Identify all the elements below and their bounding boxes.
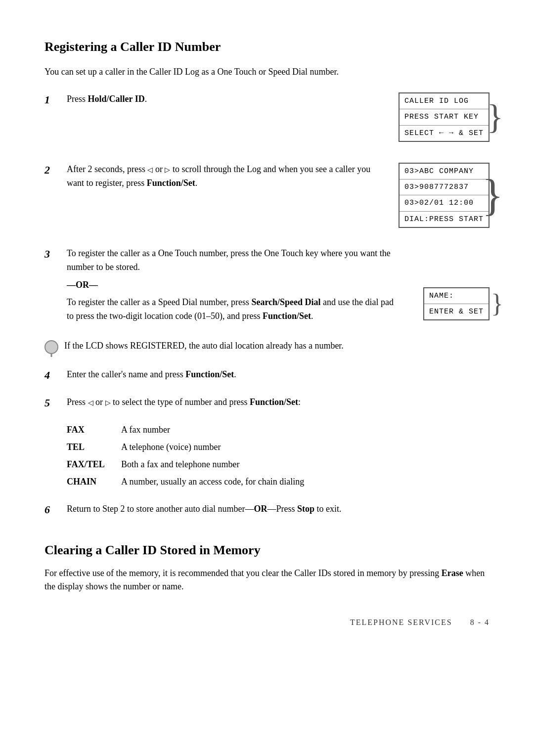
or-line: OR <box>67 278 399 292</box>
section2-text: For effective use of the memory, it is r… <box>44 567 490 593</box>
step-4: 4 Enter the caller's name and press Func… <box>44 368 490 382</box>
step-6: 6 Return to Step 2 to store another auto… <box>44 502 490 516</box>
section1-title: Registering a Caller ID Number <box>44 40 490 54</box>
step-5-text2: or <box>93 397 105 407</box>
lcd-row-7: DIAL:PRESS START <box>400 212 489 227</box>
step-3-bold2: Function/Set <box>263 311 311 321</box>
section2-title: Clearing a Caller ID Stored in Memory <box>44 543 490 558</box>
step-3-text-col: To register the caller as a One Touch nu… <box>67 247 399 323</box>
step-2-lcd-col: 03>ABC COMPANY 03>9087772837 03>02/01 12… <box>399 163 490 231</box>
step-5-text1: Press <box>67 397 88 407</box>
chain-row: CHAIN A number, usually an access code, … <box>67 475 490 489</box>
step-4-period: . <box>234 369 236 379</box>
step-2-content: After 2 seconds, press ◁ or ▷ to scroll … <box>67 163 490 231</box>
step-4-number: 4 <box>44 368 67 382</box>
step-1-text-col: Press Hold/Caller ID. <box>67 92 374 106</box>
footer: TELEPHONE SERVICES 8 - 4 <box>0 618 534 627</box>
step-6-text3: to exit. <box>314 504 342 514</box>
step-1: 1 Press Hold/Caller ID. CALLER ID LOG PR… <box>44 92 490 147</box>
note-row: If the LCD shows REGISTERED, the auto di… <box>44 339 490 354</box>
step-1-number: 1 <box>44 92 67 106</box>
step-1-text-before: Press <box>67 94 88 104</box>
step-1-period: . <box>145 94 147 104</box>
note-icon <box>44 340 58 354</box>
step-5-icon2: ▷ <box>105 399 111 406</box>
step-1-bold: Hold/Caller ID <box>88 94 145 104</box>
faxtel-row: FAX/TEL Both a fax and telephone number <box>67 458 490 471</box>
step-2-number: 2 <box>44 163 67 177</box>
step-6-bold: Stop <box>297 504 314 514</box>
faxtel-val: Both a fax and telephone number <box>121 458 239 471</box>
step-2-text2: or <box>153 164 165 174</box>
step-3: 3 To register the caller as a One Touch … <box>44 247 490 323</box>
lcd-right-brace-2: } <box>482 163 503 228</box>
fax-row: FAX A fax number <box>67 423 490 437</box>
lcd-row-4: 03>ABC COMPANY <box>400 164 489 179</box>
step-3-text1: To register the caller as a One Touch nu… <box>67 247 399 274</box>
footer-text: TELEPHONE SERVICES <box>350 618 452 627</box>
lcd-row-6: 03>02/01 12:00 <box>400 195 489 211</box>
step-2-icon1: ◁ <box>147 166 153 174</box>
note-text: If the LCD shows REGISTERED, the auto di… <box>64 339 344 353</box>
step-6-number: 6 <box>44 502 67 516</box>
step-3-bold1: Search/Speed Dial <box>251 297 320 307</box>
step-6-or: OR <box>254 504 267 514</box>
step-3-lcd-col: NAME: ENTER & SET } <box>423 287 490 324</box>
lcd-block-2: 03>ABC COMPANY 03>9087772837 03>02/01 12… <box>399 163 490 228</box>
step-5-content: Press ◁ or ▷ to select the type of numbe… <box>67 396 490 409</box>
intro-text: You can set up a caller in the Caller ID… <box>44 65 490 79</box>
page: Registering a Caller ID Number You can s… <box>0 0 534 647</box>
step-5-bold: Function/Set <box>250 397 298 407</box>
step-5-number: 5 <box>44 396 67 409</box>
step-4-content: Enter the caller's name and press Functi… <box>67 368 490 382</box>
step-5-text3: to select the type of number and press <box>111 397 250 407</box>
steps-container: 1 Press Hold/Caller ID. CALLER ID LOG PR… <box>44 92 490 525</box>
step-2-period: . <box>195 178 198 188</box>
step-3-text2: To register the caller as a Speed Dial n… <box>67 296 399 323</box>
fax-table: FAX A fax number TEL A telephone (voice)… <box>67 423 490 492</box>
step-5-colon: : <box>298 397 301 407</box>
step-2-text-col: After 2 seconds, press ◁ or ▷ to scroll … <box>67 163 374 190</box>
step-6-text1: Return to Step 2 to store another auto d… <box>67 504 254 514</box>
step-1-lcd-col: CALLER ID LOG PRESS START KEY SELECT ← →… <box>399 92 490 147</box>
section2-text1: For effective use of the memory, it is r… <box>44 568 442 578</box>
step-2: 2 After 2 seconds, press ◁ or ▷ to scrol… <box>44 163 490 231</box>
faxtel-key: FAX/TEL <box>67 458 121 471</box>
step-2-icon2: ▷ <box>165 166 170 174</box>
step-4-bold: Function/Set <box>185 369 234 379</box>
step-3-number: 3 <box>44 247 67 261</box>
step-1-content: Press Hold/Caller ID. CALLER ID LOG PRES… <box>67 92 490 147</box>
step-2-text1: After 2 seconds, press <box>67 164 147 174</box>
step-2-bold: Function/Set <box>147 178 195 188</box>
footer-page: 8 - 4 <box>470 618 490 627</box>
step-1-layout: Press Hold/Caller ID. CALLER ID LOG PRES… <box>67 92 490 147</box>
lcd-block-3: NAME: ENTER & SET } <box>423 287 490 321</box>
step-6-content: Return to Step 2 to store another auto d… <box>67 502 490 516</box>
lcd-row-1: CALLER ID LOG <box>400 93 489 109</box>
fax-val: A fax number <box>121 423 170 437</box>
step-3-layout: To register the caller as a One Touch nu… <box>67 247 490 323</box>
lcd-block-1: CALLER ID LOG PRESS START KEY SELECT ← →… <box>399 92 490 142</box>
chain-key: CHAIN <box>67 475 121 489</box>
lcd-row-8: NAME: <box>424 288 489 304</box>
step-3-content: To register the caller as a One Touch nu… <box>67 247 490 323</box>
step-5: 5 Press ◁ or ▷ to select the type of num… <box>44 396 490 409</box>
step-4-text1: Enter the caller's name and press <box>67 369 185 379</box>
lcd-row-2: PRESS START KEY <box>400 109 489 125</box>
step-2-layout: After 2 seconds, press ◁ or ▷ to scroll … <box>67 163 490 231</box>
lcd-row-3: SELECT ← → & SET <box>400 126 489 141</box>
tel-key: TEL <box>67 441 121 454</box>
tel-row: TEL A telephone (voice) number <box>67 441 490 454</box>
tel-val: A telephone (voice) number <box>121 441 221 454</box>
lcd-row-9: ENTER & SET <box>424 304 489 319</box>
fax-key: FAX <box>67 423 121 437</box>
lcd-row-5: 03>9087772837 <box>400 179 489 195</box>
step-6-text2: —Press <box>267 504 297 514</box>
lcd-right-brace-1: } <box>487 92 503 142</box>
lcd-right-brace-3: } <box>491 287 503 321</box>
section2-bold: Erase <box>442 568 463 578</box>
step-5-icon1: ◁ <box>88 399 93 406</box>
chain-val: A number, usually an access code, for ch… <box>121 475 304 489</box>
